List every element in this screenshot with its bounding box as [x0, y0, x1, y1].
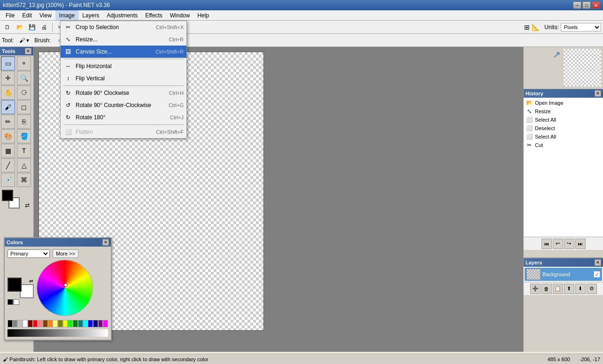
layer-visibility-check[interactable]: ✓: [594, 271, 600, 278]
menu-window[interactable]: Window: [166, 10, 194, 20]
history-item[interactable]: ✂ Cut: [525, 141, 602, 149]
tool-paintbrush[interactable]: 🖌: [1, 100, 15, 114]
colors-close-button[interactable]: ✕: [102, 239, 109, 246]
layer-properties-button[interactable]: ⚙: [587, 284, 597, 294]
palette-color[interactable]: [23, 320, 28, 327]
palette-color[interactable]: [43, 320, 48, 327]
tool-magic-wand[interactable]: ⚆: [17, 85, 31, 100]
color-mode-select[interactable]: Primary Secondary: [8, 249, 50, 258]
tool-zoom[interactable]: 🔍: [17, 71, 31, 85]
rotate-180-item[interactable]: ↻ Rotate 180° Ctrl+J: [61, 111, 186, 124]
palette-color[interactable]: [17, 320, 23, 327]
history-item[interactable]: ⬜ Deselect: [525, 124, 602, 132]
open-button[interactable]: 📂: [14, 22, 25, 33]
canvas-size-item[interactable]: 🖼 Canvas Size... Ctrl+Shift+R: [61, 46, 186, 58]
mini-fg-swatch[interactable]: [8, 299, 13, 305]
palette-color[interactable]: [63, 320, 68, 327]
minimize-button[interactable]: ─: [573, 1, 581, 9]
tool-extra[interactable]: ⌘: [17, 173, 31, 187]
tool-eraser[interactable]: ◻: [17, 100, 31, 114]
units-select[interactable]: Pixels Inches Centimeters: [561, 23, 601, 31]
palette-color[interactable]: [93, 320, 98, 327]
palette-color[interactable]: [83, 320, 88, 327]
rotate-ccw-item[interactable]: ↺ Rotate 90° Counter-Clockwise Ctrl+G: [61, 99, 186, 111]
palette-color[interactable]: [98, 320, 103, 327]
tool-pencil[interactable]: ✏: [1, 115, 15, 129]
bg-color-indicator[interactable]: [20, 284, 34, 298]
flip-vertical-item[interactable]: ↕ Flip Vertical: [61, 72, 186, 85]
scroll-nav[interactable]: ↗: [553, 49, 561, 60]
layer-item[interactable]: Background ✓: [525, 268, 602, 281]
tool-pan[interactable]: ✋: [1, 85, 15, 100]
menu-image[interactable]: Image: [55, 10, 78, 20]
history-item[interactable]: ⬜ Select All: [525, 116, 602, 124]
select-all-2-icon: ⬜: [526, 133, 533, 140]
layers-close-button[interactable]: ✕: [595, 259, 601, 266]
delete-layer-button[interactable]: 🗑: [541, 284, 552, 294]
tool-text[interactable]: T: [17, 144, 31, 158]
more-colors-button[interactable]: More >>: [53, 249, 78, 258]
tool-color-picker[interactable]: 💉: [1, 173, 15, 187]
menu-view[interactable]: View: [36, 10, 55, 20]
history-last-button[interactable]: ⏭: [575, 239, 586, 249]
palette-color[interactable]: [78, 320, 83, 327]
grayscale-bar[interactable]: [8, 329, 108, 337]
fg-color-indicator[interactable]: [8, 278, 22, 292]
swap-colors-icon[interactable]: ⇄: [25, 202, 30, 209]
add-layer-button[interactable]: ➕: [530, 284, 541, 294]
palette-color[interactable]: [13, 320, 18, 327]
palette-color[interactable]: [48, 320, 53, 327]
tool-shapes[interactable]: △: [17, 158, 31, 172]
resize-item[interactable]: ⤡ Resize... Ctrl+R: [61, 33, 186, 46]
palette-color[interactable]: [38, 320, 43, 327]
rotate-cw-item[interactable]: ↻ Rotate 90° Clockwise Ctrl+H: [61, 87, 186, 99]
maximize-button[interactable]: □: [582, 1, 591, 9]
menu-help[interactable]: Help: [193, 10, 213, 20]
history-first-button[interactable]: ⏮: [541, 239, 552, 249]
palette-color[interactable]: [73, 320, 78, 327]
fg-color-swatch[interactable]: [2, 190, 13, 201]
color-wheel[interactable]: [37, 260, 93, 316]
menu-adjustments[interactable]: Adjustments: [103, 10, 141, 20]
print-button[interactable]: 🖨: [39, 22, 50, 33]
palette-color[interactable]: [88, 320, 93, 327]
swap-icon[interactable]: ⇄: [29, 279, 33, 284]
history-item[interactable]: ⤡ Resize: [525, 107, 602, 116]
palette-color[interactable]: [103, 320, 108, 327]
history-back-button[interactable]: ↩: [553, 239, 563, 249]
history-forward-button[interactable]: ↪: [564, 239, 574, 249]
tool-bucket[interactable]: 🪣: [17, 129, 31, 143]
units-label: Units:: [544, 24, 559, 31]
mini-bg-swatch[interactable]: [14, 299, 19, 305]
history-item[interactable]: 📂 Open Image: [525, 99, 602, 107]
tool-rectangle-select[interactable]: ▭: [1, 56, 15, 70]
history-close-button[interactable]: ✕: [595, 90, 601, 97]
tool-move[interactable]: ✛: [1, 71, 15, 85]
tool-line[interactable]: ╱: [1, 158, 15, 172]
tool-recolor[interactable]: 🎨: [1, 129, 15, 143]
palette-color[interactable]: [33, 320, 38, 327]
tool-clone[interactable]: ⎘: [17, 115, 31, 129]
palette-color[interactable]: [8, 320, 13, 327]
tool-gradient[interactable]: ▦: [1, 144, 15, 158]
menu-file[interactable]: File: [2, 10, 18, 20]
new-button[interactable]: 🗋: [2, 22, 13, 33]
palette-color[interactable]: [68, 320, 73, 327]
duplicate-layer-button[interactable]: 📋: [553, 284, 563, 294]
save-button[interactable]: 💾: [26, 22, 38, 33]
tool-lasso[interactable]: ⚬: [17, 56, 31, 70]
move-layer-up-button[interactable]: ⬆: [564, 284, 574, 294]
flip-horizontal-item[interactable]: ↔ Flip Horizontal: [61, 60, 186, 72]
menu-edit[interactable]: Edit: [18, 10, 36, 20]
close-button[interactable]: ✕: [592, 1, 600, 9]
palette-color[interactable]: [28, 320, 33, 327]
tools-close-button[interactable]: ✕: [25, 48, 31, 54]
palette-color[interactable]: [58, 320, 63, 327]
crop-to-selection-item[interactable]: ✂ Crop to Selection Ctrl+Shift+X: [61, 21, 186, 33]
menu-effects[interactable]: Effects: [141, 10, 166, 20]
history-item[interactable]: ⬜ Select All: [525, 132, 602, 141]
tool-selector[interactable]: 🖌 ▾: [15, 35, 32, 46]
palette-color[interactable]: [53, 320, 58, 327]
move-layer-down-button[interactable]: ⬇: [575, 284, 586, 294]
menu-layers[interactable]: Layers: [78, 10, 103, 20]
